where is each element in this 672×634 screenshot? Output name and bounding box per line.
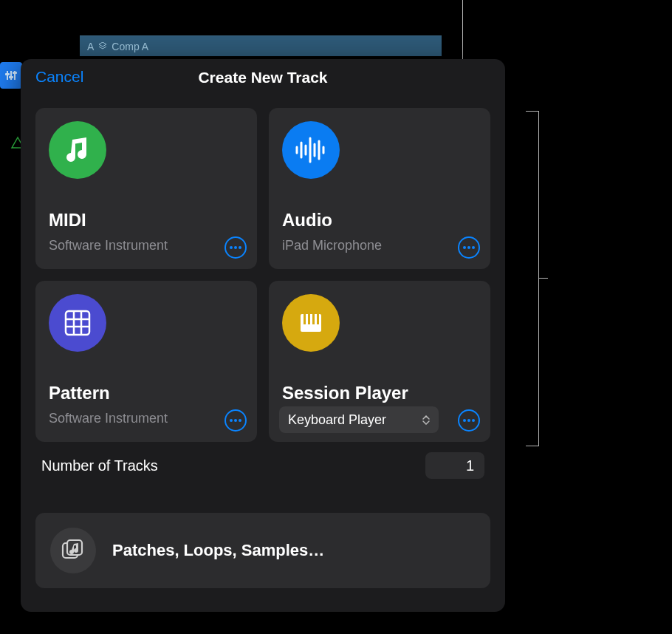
svg-rect-5 (13, 72, 17, 74)
piano-keys-icon (282, 294, 340, 352)
stack-icon (98, 41, 107, 52)
session-player-select[interactable]: Keyboard Player (279, 406, 439, 433)
svg-rect-21 (312, 314, 315, 324)
music-note-icon (49, 121, 106, 179)
number-of-tracks-value: 1 (466, 457, 474, 474)
card-title: MIDI (49, 210, 244, 231)
annotation-bracket (526, 111, 539, 446)
svg-rect-4 (9, 76, 13, 78)
svg-rect-22 (317, 314, 319, 324)
dialog-header: Cancel Create New Track (21, 59, 505, 96)
card-title: Pattern (49, 383, 244, 403)
svg-rect-1 (10, 71, 12, 80)
number-of-tracks-field[interactable]: 1 (425, 452, 484, 479)
library-toggle[interactable] (0, 62, 22, 89)
more-options-button[interactable] (458, 409, 480, 432)
dialog-title: Create New Track (198, 69, 327, 86)
number-of-tracks-row: Number of Tracks 1 (21, 442, 505, 479)
create-new-track-dialog: Cancel Create New Track MIDI Software In… (21, 59, 505, 612)
more-options-button[interactable] (224, 409, 247, 432)
annotation-bracket-tick (539, 278, 548, 279)
card-title: Audio (282, 210, 477, 231)
card-subtitle: Software Instrument (49, 238, 244, 253)
card-title: Session Player (282, 383, 477, 403)
track-type-session-player[interactable]: Session Player Keyboard Player (269, 281, 490, 442)
sliders-icon (5, 69, 17, 81)
more-options-button[interactable] (224, 236, 247, 259)
track-type-midi[interactable]: MIDI Software Instrument (35, 108, 257, 269)
number-of-tracks-label: Number of Tracks (41, 457, 158, 474)
track-type-pattern[interactable]: Pattern Software Instrument (35, 281, 257, 442)
track-letter: A (87, 41, 94, 52)
chevron-up-down-icon (422, 415, 430, 425)
svg-rect-13 (66, 311, 89, 335)
svg-rect-3 (5, 73, 10, 75)
track-name: Comp A (112, 41, 148, 52)
card-subtitle: Software Instrument (49, 411, 244, 426)
track-type-audio[interactable]: Audio iPad Microphone (269, 108, 490, 269)
background-track-header: A Comp A (80, 35, 442, 56)
svg-rect-19 (304, 314, 306, 324)
session-player-value: Keyboard Player (288, 412, 386, 428)
more-options-button[interactable] (458, 236, 480, 259)
patches-icon (50, 528, 96, 573)
svg-rect-20 (308, 314, 310, 324)
card-subtitle: iPad Microphone (282, 238, 477, 253)
patches-label: Patches, Loops, Samples… (112, 541, 324, 560)
patches-loops-samples-button[interactable]: Patches, Loops, Samples… (35, 513, 490, 588)
cancel-button[interactable]: Cancel (35, 68, 83, 86)
track-type-grid: MIDI Software Instrument (21, 96, 505, 442)
svg-rect-24 (67, 540, 82, 555)
pattern-grid-icon (49, 294, 106, 352)
waveform-icon (282, 121, 340, 179)
